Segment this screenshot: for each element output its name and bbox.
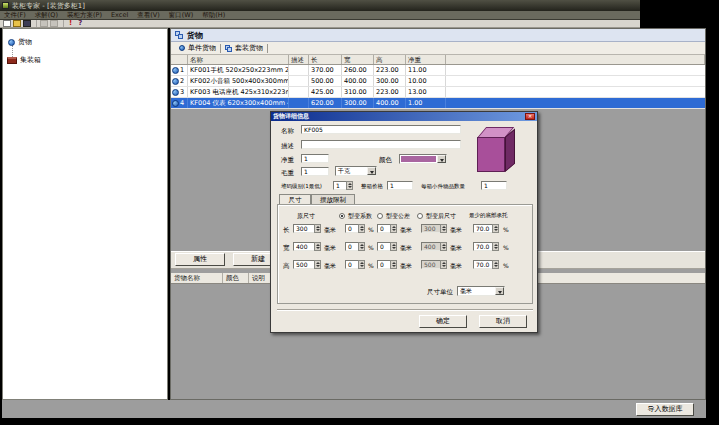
- close-icon[interactable]: ✕: [525, 113, 535, 120]
- deform-tol-header: 型变公差: [386, 212, 410, 221]
- gross-weight-field[interactable]: 1: [301, 167, 329, 176]
- properties-button[interactable]: 属性: [175, 253, 225, 266]
- ok-button[interactable]: 确定: [419, 315, 467, 328]
- height-coef-stepper[interactable]: 0: [345, 260, 365, 269]
- table-row-selected[interactable]: 4 KF004 仪表 620x300x400mm 40个装 620.00 300…: [171, 98, 705, 109]
- value: 0: [380, 225, 384, 232]
- length-coef-stepper[interactable]: 0: [345, 224, 365, 233]
- deform-coef-radio[interactable]: [339, 213, 345, 219]
- menu-window[interactable]: 窗口(W): [169, 11, 194, 20]
- print-preview-icon[interactable]: [40, 20, 48, 27]
- cell-netweight: 13.00: [406, 87, 446, 97]
- color-dropdown[interactable]: [399, 154, 447, 164]
- cancel-button[interactable]: 取消: [479, 315, 527, 328]
- col-height[interactable]: 高: [374, 55, 406, 64]
- tree-item-cargo[interactable]: 货物: [8, 37, 32, 47]
- title-bar[interactable]: 装柜专家 - [装货多柜1]: [0, 0, 640, 11]
- col-width[interactable]: 宽: [342, 55, 374, 64]
- tab-single-cargo[interactable]: 单件货物: [175, 43, 220, 53]
- deform-coef-header: 型变系数: [348, 212, 372, 221]
- spinner-buttons[interactable]: [390, 260, 397, 269]
- spinner-buttons[interactable]: [492, 242, 499, 251]
- cell-name: KF003 电话座机 425x310x223mm 20个装: [188, 87, 289, 97]
- width-tol-stepper[interactable]: 0: [377, 242, 397, 251]
- cell-desc: [289, 76, 309, 86]
- col-length[interactable]: 长: [309, 55, 342, 64]
- col-desc[interactable]: 描述: [289, 55, 309, 64]
- chevron-down-icon[interactable]: [437, 155, 446, 163]
- height-tol-stepper[interactable]: 0: [377, 260, 397, 269]
- spinner-buttons[interactable]: [314, 224, 321, 233]
- table-row[interactable]: 1 KF001手机 520x250x223mm 24个装 370.00 260.…: [171, 65, 705, 76]
- import-database-button[interactable]: 导入数据库: [636, 403, 694, 416]
- cell-desc: [289, 87, 309, 97]
- cell-width: 260.00: [342, 65, 374, 75]
- height-orig-stepper[interactable]: 500: [293, 260, 321, 269]
- table-row[interactable]: 2 KF002小音箱 500x400x300mm-12个装 500.00 400…: [171, 76, 705, 87]
- dialog-title-bar[interactable]: 货物详细信息 ✕: [271, 112, 537, 121]
- tab-label: 套装货物: [235, 43, 263, 53]
- col-num[interactable]: [171, 55, 188, 64]
- new-file-icon[interactable]: [3, 20, 11, 27]
- col-netweight[interactable]: 净重: [406, 55, 446, 64]
- menu-solve[interactable]: 求解(Q): [35, 11, 58, 20]
- width-after-stepper: 400: [421, 242, 447, 251]
- print-icon[interactable]: [50, 20, 58, 27]
- spinner-buttons[interactable]: [390, 224, 397, 233]
- desc-label: 描述: [281, 142, 294, 151]
- menu-help[interactable]: 帮助(H): [202, 11, 225, 20]
- width-support-stepper[interactable]: 70.0: [473, 242, 499, 251]
- deform-after-radio[interactable]: [417, 213, 423, 219]
- value: 0: [380, 243, 384, 250]
- tree-item-container[interactable]: 集装箱: [7, 55, 41, 65]
- solve-icon[interactable]: !: [67, 20, 74, 27]
- save-icon[interactable]: [23, 20, 31, 27]
- help-icon[interactable]: ?: [76, 20, 84, 27]
- col-color[interactable]: 颜色: [223, 273, 249, 283]
- weight-unit-value: 千克: [338, 167, 350, 174]
- col-cargo-name[interactable]: 货物名称: [171, 273, 223, 283]
- spinner-buttons[interactable]: [314, 260, 321, 269]
- cell-width: 300.00: [342, 98, 374, 108]
- chevron-down-icon[interactable]: [495, 287, 504, 295]
- spinner-buttons[interactable]: [358, 260, 365, 269]
- width-coef-stepper[interactable]: 0: [345, 242, 365, 251]
- items-per-box-field[interactable]: 1: [481, 181, 507, 190]
- spinner-buttons[interactable]: [492, 224, 499, 233]
- open-file-icon[interactable]: [13, 20, 21, 27]
- menu-view[interactable]: 查看(V): [137, 11, 160, 20]
- cell-height: 223.00: [374, 65, 406, 75]
- menu-plan[interactable]: 装柜方案(P): [67, 11, 102, 20]
- spinner-buttons[interactable]: [358, 242, 365, 251]
- value: 400: [296, 243, 307, 250]
- width-orig-stepper[interactable]: 400: [293, 242, 321, 251]
- length-tol-stepper[interactable]: 0: [377, 224, 397, 233]
- length-orig-stepper[interactable]: 300: [293, 224, 321, 233]
- height-support-stepper[interactable]: 70.0: [473, 260, 499, 269]
- stack-level-stepper[interactable]: 1: [333, 181, 353, 190]
- spinner-buttons[interactable]: [358, 224, 365, 233]
- weight-unit-dropdown[interactable]: 千克: [335, 166, 377, 176]
- name-field[interactable]: KF005: [301, 125, 461, 134]
- menu-excel[interactable]: Excel: [111, 11, 128, 19]
- desc-field[interactable]: [301, 140, 461, 149]
- window-title: 装柜专家 - [装货多柜1]: [12, 1, 85, 11]
- table-row[interactable]: 3 KF003 电话座机 425x310x223mm 20个装 425.00 3…: [171, 87, 705, 98]
- tab-set-cargo[interactable]: 套装货物: [221, 43, 267, 53]
- spinner-buttons[interactable]: [390, 242, 397, 251]
- chevron-down-icon[interactable]: [367, 167, 376, 175]
- length-support-stepper[interactable]: 70.0: [473, 224, 499, 233]
- size-unit-dropdown[interactable]: 毫米: [457, 286, 505, 296]
- panel-title: 货物: [187, 30, 203, 41]
- menu-file[interactable]: 文件(F): [4, 11, 26, 20]
- deform-tol-radio[interactable]: [377, 213, 383, 219]
- col-name[interactable]: 名称: [188, 55, 289, 64]
- spinner-buttons[interactable]: [346, 181, 353, 190]
- cargo-row-icon: [172, 67, 179, 74]
- value: 0: [348, 261, 352, 268]
- net-weight-field[interactable]: 1: [301, 154, 329, 163]
- box-price-field[interactable]: 1: [387, 181, 413, 190]
- spinner-buttons[interactable]: [314, 242, 321, 251]
- bottom-strip: [0, 418, 719, 425]
- spinner-buttons[interactable]: [492, 260, 499, 269]
